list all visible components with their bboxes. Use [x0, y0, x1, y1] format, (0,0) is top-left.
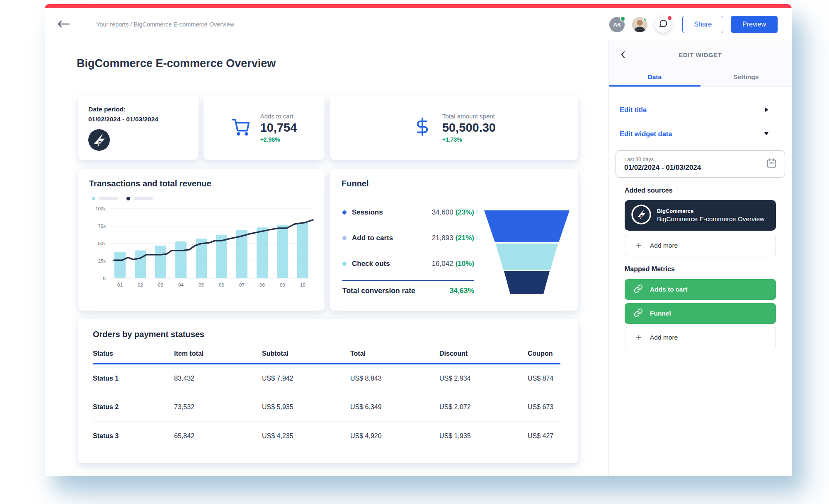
share-button[interactable]: Share [682, 16, 723, 33]
row-cell: US$ 5,935 [262, 403, 350, 411]
adds-to-cart-card[interactable]: Adds to cart 10,754 +2.98% [204, 95, 325, 160]
svg-text:04: 04 [178, 282, 184, 287]
column-header-discount: Discount [439, 350, 528, 357]
chat-bubble-icon [659, 19, 668, 30]
svg-text:05: 05 [199, 282, 204, 287]
header-actions: AK Share Preview [609, 16, 792, 33]
add-more-label: Add more [650, 242, 678, 249]
legend-item-transactions [92, 197, 118, 200]
preview-button[interactable]: Preview [731, 16, 778, 33]
edit-title-label: Edit title [620, 106, 647, 114]
calendar-icon [766, 158, 777, 171]
funnel-row-check-outs: Check outs 16,042(10%) [342, 260, 474, 268]
user-avatar-photo[interactable] [632, 17, 647, 32]
transactions-chart-title: Transactions and total revenue [89, 179, 315, 188]
row-cell: US$ 1,935 [439, 432, 528, 440]
source-name: BigCommerce [657, 208, 764, 214]
link-icon [634, 308, 643, 319]
back-arrow-icon [57, 20, 70, 29]
add-more-metric-button[interactable]: + Add more [625, 327, 776, 348]
svg-text:B: B [640, 214, 643, 219]
svg-text:02: 02 [138, 282, 143, 287]
column-header-coupon: Coupon [528, 350, 560, 357]
total-amount-spent-card[interactable]: Total amount spent 50,500.30 +1.73% [330, 95, 578, 160]
column-header-total: Total [350, 350, 439, 357]
tab-data[interactable]: Data [609, 68, 701, 87]
funnel-dot-2 [342, 262, 347, 266]
edit-widget-data-label: Edit widget data [620, 130, 672, 138]
row-status: Status 1 [93, 375, 174, 382]
row-cell: US$ 427 [528, 432, 560, 440]
funnel-graphic [483, 210, 570, 294]
funnel-stage-label: Sessions [352, 208, 383, 217]
funnel-stage-value: 16,042 [432, 260, 453, 268]
row-cell: US$ 4,235 [262, 432, 350, 440]
panel-header: EDIT WIDGET Data Settings [609, 41, 792, 87]
avatar-ak[interactable]: AK [609, 17, 625, 32]
row-cell: US$ 4,920 [350, 432, 439, 440]
funnel-stage-values: 21,893(21%) [432, 234, 474, 242]
metric-pill-funnel[interactable]: Funnel [625, 303, 776, 324]
bigcommerce-source-logo: B [631, 205, 651, 226]
back-button[interactable] [57, 20, 70, 29]
svg-text:0: 0 [103, 276, 106, 281]
funnel-title: Funnel [342, 179, 578, 188]
page-title: BigCommerce E-commerce Overview [77, 57, 276, 70]
funnel-segment-0 [484, 210, 570, 242]
online-status-dot [620, 16, 625, 22]
column-header-item-total: Item total [174, 350, 262, 357]
add-more-source-button[interactable]: + Add more [625, 235, 776, 256]
date-period-card[interactable]: Date period: 01/02/2024 - 01/03/2024 B [78, 95, 199, 160]
mapped-metrics-label: Mapped Metrics [625, 265, 785, 273]
edit-widget-data-row[interactable]: Edit widget data [616, 123, 785, 144]
transactions-chart-svg: 100k75k50k25k001020304050607080910 [89, 201, 315, 305]
window-body: BigCommerce E-commerce Overview Date per… [45, 41, 792, 476]
column-header-subtotal: Subtotal [262, 350, 350, 357]
breadcrumb[interactable]: Your reports / BigCommerce E-commerce Ov… [96, 21, 234, 28]
adds-to-cart-delta: +2.98% [260, 136, 297, 143]
funnel-stage-value: 34,600 [432, 208, 453, 216]
tab-settings[interactable]: Settings [701, 68, 792, 87]
online-status-dot [643, 17, 647, 22]
table-row: Status 183,432US$ 7,942US$ 8,843US$ 2,93… [93, 364, 560, 393]
transactions-chart: 100k75k50k25k001020304050607080910 [89, 201, 315, 306]
total-conversion-value: 34,63% [450, 287, 474, 295]
chart-legend [92, 197, 315, 200]
funnel-card[interactable]: Funnel Sessions 34,600(23%) Add to carts… [330, 169, 578, 311]
funnel-stage-label: Add to carts [352, 234, 393, 242]
row-cell: US$ 8,843 [350, 375, 439, 382]
orders-table-header-row: StatusItem totalSubtotalTotalDiscountCou… [93, 350, 560, 364]
funnel-dot-1 [342, 236, 347, 240]
svg-text:50k: 50k [98, 241, 106, 246]
panel-body: Edit title Edit widget data Last 30 days… [609, 87, 792, 348]
funnel-stage-label: Check outs [352, 260, 390, 268]
chat-button[interactable] [655, 16, 671, 33]
added-sources-label: Added sources [625, 187, 785, 194]
report-canvas: BigCommerce E-commerce Overview Date per… [45, 41, 608, 476]
date-range-field[interactable]: Last 30 days 01/02/2024 - 01/03/2024 [616, 150, 785, 178]
svg-text:09: 09 [280, 282, 285, 287]
table-row: Status 365,842US$ 4,235US$ 4,920US$ 1,93… [93, 422, 560, 450]
row-cell: 83,432 [174, 375, 262, 382]
panel-tabs: Data Settings [609, 68, 792, 87]
adds-to-cart-label: Adds to cart [260, 113, 297, 120]
funnel-stage-values: 16,042(10%) [432, 260, 474, 268]
legend-dot-line [126, 197, 130, 200]
dollar-icon [412, 117, 432, 138]
row-cell: 73,532 [174, 403, 262, 411]
back-zone [45, 8, 82, 41]
metric-pill-adds-to-cart[interactable]: Adds to cart [625, 279, 776, 300]
metric-pill-label: Adds to cart [650, 286, 687, 293]
source-card-bigcommerce[interactable]: B BigCommerce BigCommerce E-commerce Ove… [625, 200, 776, 231]
funnel-segment-1 [496, 244, 558, 270]
orders-table-card[interactable]: Orders by payment statuses StatusItem to… [78, 319, 578, 463]
funnel-stage-pct: (21%) [456, 234, 474, 242]
total-spent-delta: +1.73% [442, 136, 496, 143]
svg-text:100k: 100k [95, 206, 106, 211]
avatar-initials: AK [613, 22, 621, 28]
date-range-value: 01/02/2024 - 01/03/2024 [624, 164, 701, 172]
edit-title-row[interactable]: Edit title [616, 99, 785, 120]
orders-table-body: Status 183,432US$ 7,942US$ 8,843US$ 2,93… [93, 364, 560, 450]
transactions-revenue-card[interactable]: Transactions and total revenue 100k75k50… [78, 169, 325, 311]
svg-text:75k: 75k [98, 224, 106, 229]
